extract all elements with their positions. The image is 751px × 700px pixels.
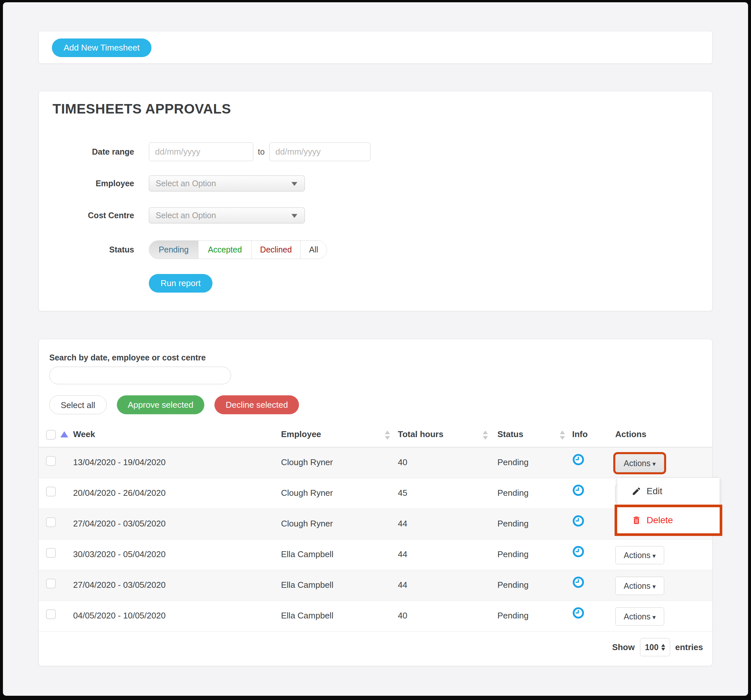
page-size-select[interactable]: 100 (640, 638, 670, 656)
cost-centre-row: Cost Centre Select an Option (39, 207, 305, 224)
total-hours-cell: 44 (398, 580, 407, 590)
status-segmented-control: Pending Accepted Declined All (149, 241, 327, 259)
row-checkbox[interactable] (46, 487, 56, 496)
results-card: Search by date, employee or cost centre … (39, 339, 712, 666)
date-separator-label: to (258, 147, 265, 157)
info-clock-icon[interactable] (572, 576, 584, 589)
table-row: 20/04/2020 - 26/04/2020 Clough Ryner 45 … (39, 478, 712, 509)
week-cell: 27/04/2020 - 03/05/2020 (73, 580, 165, 590)
status-cell: Pending (498, 611, 528, 621)
week-cell: 27/04/2020 - 03/05/2020 (73, 519, 165, 529)
row-checkbox[interactable] (46, 579, 56, 589)
column-header-status[interactable]: Status (498, 429, 523, 439)
status-cell: Pending (498, 580, 528, 590)
total-hours-cell: 44 (398, 519, 407, 529)
sort-icon[interactable] (385, 430, 390, 440)
status-row: Status Pending Accepted Declined All (39, 241, 327, 259)
status-option-declined[interactable]: Declined (251, 241, 300, 259)
status-label: Status (39, 245, 134, 254)
status-option-accepted[interactable]: Accepted (198, 241, 251, 259)
date-range-row: Date range to (39, 142, 371, 161)
info-clock-icon[interactable] (572, 515, 584, 527)
employee-cell: Clough Ryner (281, 488, 333, 498)
table-footer: Show 100 entries (612, 638, 703, 656)
chevron-down-icon (292, 214, 297, 218)
total-hours-cell: 44 (398, 549, 407, 560)
info-clock-icon[interactable] (572, 453, 584, 466)
table-body: 13/04/2020 - 19/04/2020 Clough Ryner 40 … (39, 447, 712, 632)
date-range-label: Date range (39, 147, 134, 157)
status-option-pending[interactable]: Pending (149, 241, 198, 259)
actions-button[interactable]: Actions▾ (615, 607, 664, 626)
actions-button[interactable]: Actions▾ (615, 454, 664, 472)
menu-item-edit[interactable]: Edit (617, 478, 720, 505)
page-background: Add New Timesheet TIMESHEETS APPROVALS D… (3, 2, 748, 696)
toolbar-card: Add New Timesheet (39, 31, 712, 63)
delete-highlight-box: Delete (615, 505, 722, 536)
column-header-employee[interactable]: Employee (281, 429, 321, 439)
caret-down-icon: ▾ (652, 460, 656, 467)
employee-cell: Ella Campbell (281, 611, 333, 621)
select-all-checkbox[interactable] (46, 430, 56, 440)
menu-item-delete[interactable]: Delete (617, 507, 720, 533)
row-checkbox[interactable] (46, 517, 56, 527)
cost-centre-label: Cost Centre (39, 211, 134, 220)
status-cell: Pending (498, 457, 528, 467)
info-clock-icon[interactable] (572, 607, 584, 619)
edit-pencil-icon (632, 486, 641, 496)
date-from-input[interactable] (149, 142, 253, 161)
run-report-button[interactable]: Run report (149, 274, 212, 293)
column-header-actions: Actions (615, 429, 646, 439)
select-all-button[interactable]: Select all (49, 395, 107, 414)
total-hours-cell: 40 (398, 611, 407, 621)
info-clock-icon[interactable] (572, 484, 584, 496)
cost-centre-select[interactable]: Select an Option (149, 207, 305, 224)
employee-cell: Clough Ryner (281, 457, 333, 467)
sort-icon[interactable] (483, 430, 488, 440)
employee-select[interactable]: Select an Option (149, 176, 305, 191)
week-cell: 20/04/2020 - 26/04/2020 (73, 488, 165, 498)
status-cell: Pending (498, 519, 528, 529)
column-header-info: Info (572, 429, 588, 439)
table-header: Week Employee Total hours Status Info Ac… (39, 425, 712, 447)
row-checkbox[interactable] (46, 609, 56, 619)
sort-ascending-icon (60, 431, 68, 438)
employee-select-value: Select an Option (156, 179, 216, 188)
add-new-timesheet-button[interactable]: Add New Timesheet (52, 39, 151, 57)
week-cell: 04/05/2020 - 10/05/2020 (73, 611, 165, 621)
column-header-total-hours[interactable]: Total hours (398, 429, 443, 439)
actions-button[interactable]: Actions▾ (615, 577, 664, 595)
week-cell: 13/04/2020 - 19/04/2020 (73, 457, 165, 467)
caret-down-icon: ▾ (652, 583, 656, 590)
caret-down-icon: ▾ (652, 552, 656, 560)
page-size-value: 100 (645, 643, 658, 652)
sort-icon[interactable] (560, 430, 565, 440)
caret-down-icon: ▾ (652, 614, 656, 621)
employee-cell: Clough Ryner (281, 519, 333, 529)
row-checkbox[interactable] (46, 456, 56, 466)
cost-centre-select-value: Select an Option (156, 211, 216, 220)
date-to-input[interactable] (269, 142, 371, 161)
show-label: Show (612, 642, 635, 652)
page-title: TIMESHEETS APPROVALS (53, 101, 231, 117)
status-cell: Pending (498, 549, 528, 560)
status-cell: Pending (498, 488, 528, 498)
info-clock-icon[interactable] (572, 545, 584, 558)
table-row: 04/05/2020 - 10/05/2020 Ella Campbell 40… (39, 601, 712, 632)
screenshot-frame: Add New Timesheet TIMESHEETS APPROVALS D… (0, 0, 751, 700)
column-header-week[interactable]: Week (73, 429, 95, 439)
row-checkbox[interactable] (46, 548, 56, 558)
chevron-down-icon (292, 182, 297, 186)
actions-button[interactable]: Actions▾ (615, 546, 664, 564)
table-row: 30/03/2020 - 05/04/2020 Ella Campbell 44… (39, 540, 712, 570)
run-report-row: Run report (39, 274, 212, 293)
table-row: 27/04/2020 - 03/05/2020 Clough Ryner 44 … (39, 509, 712, 540)
menu-item-delete-label: Delete (647, 515, 673, 526)
employee-cell: Ella Campbell (281, 580, 333, 590)
employee-cell: Ella Campbell (281, 549, 333, 560)
search-input[interactable] (49, 367, 231, 384)
approve-selected-button[interactable]: Approve selected (117, 395, 205, 414)
status-option-all[interactable]: All (300, 241, 327, 259)
actions-dropdown-menu: Edit Delete (617, 478, 720, 533)
decline-selected-button[interactable]: Decline selected (215, 395, 299, 414)
